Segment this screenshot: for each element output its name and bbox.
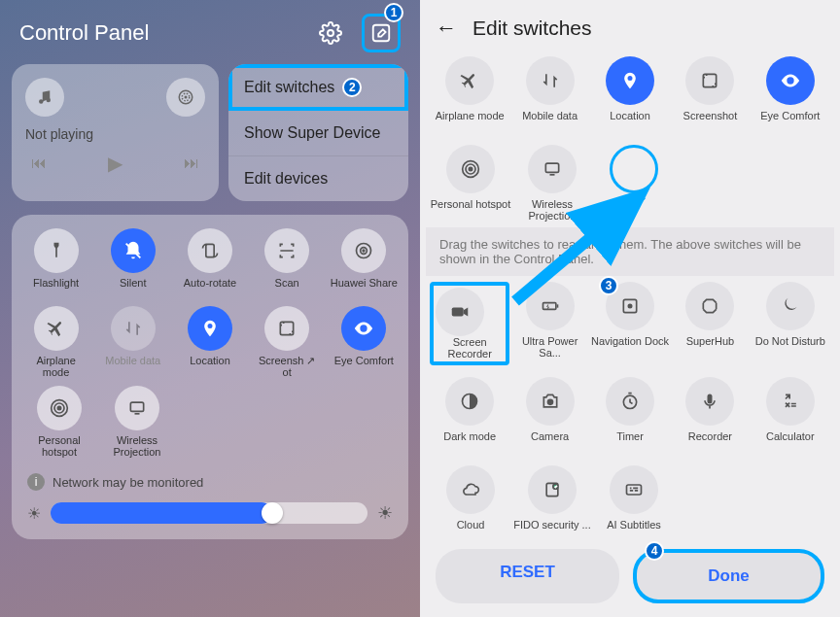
switch-label: Wireless Projection <box>103 434 171 458</box>
switch-data[interactable]: Mobile data <box>509 56 589 133</box>
switch-label: Eye Comfort <box>760 110 820 133</box>
callout-2: 2 <box>342 78 362 97</box>
switch-label: Airplane mode <box>22 355 90 378</box>
switch-hotspot[interactable]: Personal hotspot <box>430 145 511 222</box>
switch-battery[interactable]: Ultra Power Sa... <box>509 282 589 365</box>
switch-label: Location <box>610 110 650 133</box>
video-icon <box>436 288 484 336</box>
brightness-high-icon: ☀ <box>377 502 393 524</box>
switch-eye[interactable]: Eye Comfort <box>330 306 398 378</box>
switch-subtitles[interactable]: AI Subtitles <box>593 465 675 535</box>
switch-bell-off[interactable]: Silent <box>99 228 167 298</box>
switch-label: Navigation Dock <box>591 335 669 359</box>
switches-card: Flashlight Silent Auto-rotate Scan Huawe… <box>12 215 408 539</box>
edit-icon[interactable] <box>368 19 395 47</box>
switch-label: Huawei Share <box>331 277 398 298</box>
switch-mic[interactable]: Recorder <box>670 377 750 454</box>
hotspot-icon <box>446 145 495 193</box>
media-status: Not playing <box>25 126 205 142</box>
page-title: Control Panel <box>19 20 149 46</box>
switch-flashlight[interactable]: Flashlight <box>22 228 90 298</box>
switch-scan[interactable]: Scan <box>253 228 321 298</box>
flashlight-icon <box>34 228 79 273</box>
svg-rect-12 <box>280 322 293 334</box>
brightness-slider[interactable] <box>51 502 368 524</box>
edit-button-highlight: 1 <box>362 14 401 52</box>
switch-cloud[interactable]: Cloud <box>430 465 511 535</box>
network-warning[interactable]: i Network may be monitored <box>18 465 402 498</box>
menu-show-super-device[interactable]: Show Super Device <box>228 111 408 156</box>
switch-data[interactable]: Mobile data <box>99 306 167 378</box>
switch-share[interactable]: Huawei Share <box>330 228 398 298</box>
next-track-icon[interactable]: ⏭ <box>184 154 199 172</box>
switch-label: Screen Recorder <box>436 336 504 360</box>
control-panel-pane: Control Panel 1 Not playin <box>0 0 420 617</box>
svg-rect-33 <box>627 485 642 495</box>
svg-rect-1 <box>373 25 390 42</box>
switch-screenshot[interactable]: Screensh ↗ ot <box>253 306 321 378</box>
svg-rect-21 <box>545 163 558 172</box>
back-icon[interactable]: ← <box>436 16 457 41</box>
switch-camera[interactable]: Camera <box>509 377 589 454</box>
switch-moon[interactable]: Do Not Disturb <box>751 282 830 365</box>
reset-button[interactable]: RESET <box>436 549 619 603</box>
switch-fido[interactable]: FIDO security ... <box>511 465 593 535</box>
menu-edit-switches[interactable]: Edit switches 2 <box>228 64 408 111</box>
dark-icon <box>445 377 494 426</box>
svg-point-3 <box>47 98 52 103</box>
share-icon <box>341 228 386 273</box>
switch-label: Personal hotspot <box>25 434 93 458</box>
switch-cast[interactable]: Wireless Projection <box>511 145 593 222</box>
data-icon <box>526 56 575 105</box>
svg-rect-23 <box>542 303 555 310</box>
drop-target-slot[interactable] <box>593 145 675 222</box>
switch-superhub[interactable]: SuperHub <box>670 282 750 365</box>
switch-location[interactable]: Location <box>590 56 670 133</box>
switch-eye[interactable]: Eye Comfort <box>751 56 830 133</box>
switch-label: Timer <box>616 430 644 454</box>
switch-label: Screensh ↗ ot <box>253 355 321 378</box>
edit-switches-pane: ← Edit switches Airplane mode Mobile dat… <box>420 0 840 617</box>
switch-navdock[interactable]: Navigation Dock <box>590 282 670 365</box>
switch-timer[interactable]: Timer <box>590 377 670 454</box>
superhub-icon <box>685 282 734 330</box>
switch-label: Cloud <box>457 519 485 535</box>
subtitles-icon <box>610 465 658 514</box>
media-card: Not playing ⏮ ▶ ⏭ <box>12 64 219 201</box>
screenshot-icon <box>264 306 309 351</box>
scan-icon <box>264 228 309 273</box>
switch-label: Airplane mode <box>436 110 505 133</box>
settings-icon[interactable] <box>317 19 344 47</box>
prev-track-icon[interactable]: ⏮ <box>31 154 47 172</box>
switch-video[interactable]: Screen Recorder <box>430 282 509 365</box>
callout-4: 4 <box>645 541 664 561</box>
brightness-row: ☀ ☀ <box>18 498 402 526</box>
network-warning-text: Network may be monitored <box>52 475 203 490</box>
switch-rotate[interactable]: Auto-rotate <box>176 228 244 298</box>
switch-airplane[interactable]: Airplane mode <box>430 56 509 133</box>
camera-icon <box>526 377 575 426</box>
switch-airplane[interactable]: Airplane mode <box>22 306 90 378</box>
switch-screenshot[interactable]: Screenshot <box>670 56 750 133</box>
rotate-icon <box>188 228 232 273</box>
play-icon[interactable]: ▶ <box>108 152 122 175</box>
drag-hint: Drag the switches to rearrange them. The… <box>426 227 834 276</box>
timer-icon <box>606 377 654 426</box>
switch-label: Silent <box>120 277 147 298</box>
audio-output-icon[interactable] <box>166 78 205 117</box>
switch-location[interactable]: Location <box>176 306 244 378</box>
edit-title: Edit switches <box>472 17 592 40</box>
switch-calc[interactable]: Calculator <box>751 377 830 454</box>
switch-cast[interactable]: Wireless Projection <box>103 386 171 458</box>
switch-hotspot[interactable]: Personal hotspot <box>25 386 93 458</box>
switch-label: Ultra Power Sa... <box>509 335 589 359</box>
svg-rect-16 <box>130 402 143 411</box>
switch-label: Wireless Projection <box>511 198 593 222</box>
mic-icon <box>685 377 734 426</box>
svg-rect-17 <box>704 74 717 86</box>
moon-icon <box>766 282 815 330</box>
switch-label: Calculator <box>766 430 815 454</box>
menu-edit-devices[interactable]: Edit devices <box>228 156 408 201</box>
done-button[interactable]: 4 Done <box>633 549 824 603</box>
switch-dark[interactable]: Dark mode <box>430 377 509 454</box>
